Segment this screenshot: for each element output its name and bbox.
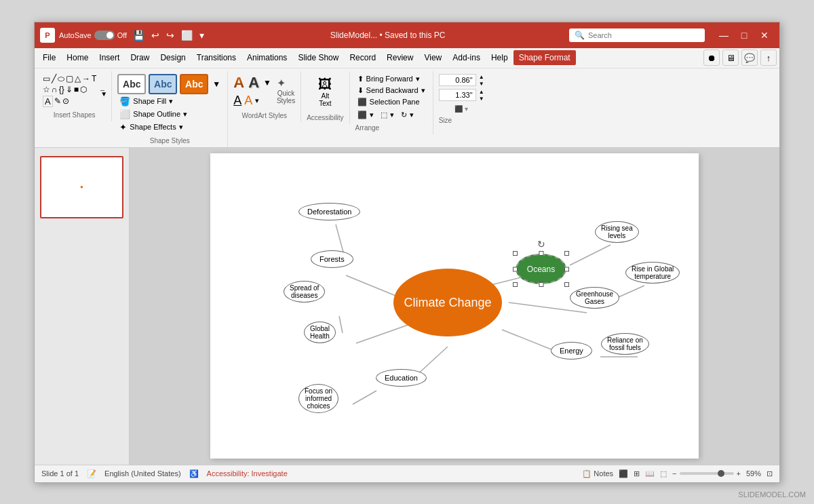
shape-arrow-icon[interactable]: → (82, 74, 90, 83)
handle-ml[interactable] (513, 267, 518, 271)
node-energy[interactable]: Energy (551, 342, 592, 360)
present-icon[interactable]: 🖥 (722, 50, 739, 66)
undo-icon[interactable]: ↩ (149, 28, 161, 42)
menu-review[interactable]: Review (381, 50, 419, 65)
height-input[interactable] (439, 74, 476, 86)
handle-bm[interactable] (539, 282, 543, 287)
share-icon[interactable]: ↑ (760, 50, 777, 66)
zoom-thumb[interactable] (718, 470, 724, 477)
grid-view-btn[interactable]: ⊞ (634, 469, 640, 478)
node-reliance[interactable]: Reliance on fossil fuels (601, 333, 649, 355)
alt-text-btn[interactable]: 🖼 Alt Text (315, 71, 334, 113)
minimize-button[interactable]: — (714, 27, 733, 43)
shape-fill-btn[interactable]: 🪣 Shape Fill ▾ (117, 96, 222, 107)
bring-forward-dropdown[interactable]: ▾ (416, 75, 420, 83)
fill-dropdown-icon[interactable]: ▾ (169, 97, 173, 106)
handle-bl[interactable] (513, 282, 518, 287)
node-global-health[interactable]: Global Health (304, 322, 336, 343)
slide-1-thumb[interactable]: ● (40, 156, 123, 218)
width-up[interactable]: ▲ (479, 89, 484, 95)
shape-line-icon[interactable]: ╱ (52, 74, 56, 83)
menu-help[interactable]: Help (486, 50, 513, 65)
shape-edit-icon[interactable]: ✎ (54, 96, 61, 106)
menu-home[interactable]: Home (61, 50, 94, 65)
reading-view-btn[interactable]: 📖 (645, 469, 655, 478)
search-input[interactable] (588, 31, 699, 39)
zoom-in-icon[interactable]: + (737, 469, 741, 478)
node-forests[interactable]: Forests (311, 250, 353, 268)
shape-misc-icon[interactable]: ⊙ (62, 96, 69, 106)
insert-shapes-expand[interactable]: ▼ (99, 90, 106, 92)
shape-oval-icon[interactable]: ⬭ (58, 74, 64, 83)
slide-canvas[interactable]: Climate Change Forests Deforestation (210, 153, 699, 459)
send-backward-btn[interactable]: ⬇ Send Backward ▾ (355, 85, 427, 96)
comment-icon[interactable]: 💬 (741, 50, 758, 66)
width-input[interactable] (439, 89, 476, 101)
menu-transitions[interactable]: Transitions (191, 50, 241, 65)
shape-curve-icon[interactable]: ∩ (52, 85, 58, 94)
height-down[interactable]: ▼ (479, 81, 484, 87)
node-deforestation[interactable]: Deforestation (298, 203, 360, 220)
menu-file[interactable]: File (37, 50, 61, 65)
handle-tl[interactable] (513, 251, 518, 256)
node-climate-change[interactable]: Climate Change (393, 269, 502, 336)
height-spinner[interactable]: ▲ ▼ (479, 74, 484, 87)
menu-animations[interactable]: Animations (241, 50, 292, 65)
menu-shapeformat[interactable]: Shape Format (513, 50, 576, 65)
fit-to-window-icon[interactable]: ⊡ (767, 469, 773, 478)
close-button[interactable]: ✕ (755, 27, 774, 43)
shape-star-icon[interactable]: ☆ (43, 85, 50, 94)
handle-tr[interactable] (564, 251, 569, 256)
node-greenhouse[interactable]: Greenhouse Gases (570, 287, 619, 309)
style-box-outlined[interactable]: Abc (117, 74, 146, 94)
shape-bracket-icon[interactable]: {} (59, 85, 64, 94)
width-spinner[interactable]: ▲ ▼ (479, 89, 484, 102)
node-rise-global[interactable]: Rise in Global temperature (625, 262, 680, 284)
quick-styles-btn[interactable]: ✦ Quick Styles (277, 77, 295, 104)
record-icon[interactable]: ⏺ (703, 50, 720, 66)
node-education[interactable]: Education (376, 369, 427, 387)
shape-effects-btn[interactable]: ✦ Shape Effects ▾ (117, 121, 222, 133)
shape-t-icon[interactable]: T (92, 74, 96, 83)
group-btn[interactable]: ⬚ ▾ (379, 110, 396, 120)
handle-tm[interactable] (539, 251, 543, 256)
shape-tri-icon[interactable]: △ (75, 74, 81, 83)
menu-design[interactable]: Design (155, 50, 191, 65)
shape-round-icon[interactable]: ▢ (66, 74, 73, 83)
align-btn[interactable]: ⬛ ▾ (355, 110, 376, 120)
zoom-track[interactable] (680, 472, 734, 475)
menu-addins[interactable]: Add-ins (447, 50, 486, 65)
effects-dropdown-icon[interactable]: ▾ (179, 123, 183, 132)
size-expand-btn[interactable]: ⬛ ▾ (439, 105, 484, 113)
screen-icon[interactable]: ⬜ (179, 28, 195, 42)
selection-pane-btn[interactable]: ⬛ Selection Pane (355, 97, 427, 107)
menu-draw[interactable]: Draw (125, 50, 155, 65)
normal-view-btn[interactable]: ⬛ (619, 469, 628, 478)
menu-slideshow[interactable]: Slide Show (292, 50, 344, 65)
autosave-switch[interactable] (94, 31, 115, 40)
send-backward-dropdown[interactable]: ▾ (421, 86, 425, 95)
node-oceans[interactable]: Oceans ↻ (516, 254, 566, 284)
presenter-view-btn[interactable]: ⬚ (660, 469, 667, 478)
menu-insert[interactable]: Insert (94, 50, 125, 65)
menu-view[interactable]: View (419, 50, 447, 65)
menu-record[interactable]: Record (344, 50, 381, 65)
shape-outline-btn[interactable]: ⬜ Shape Outline ▾ (117, 109, 222, 120)
maximize-button[interactable]: □ (735, 27, 754, 43)
node-focus[interactable]: Focus on informed choices (298, 384, 338, 413)
rotate-btn[interactable]: ↻ ▾ (399, 110, 416, 120)
accessibility-label[interactable]: Accessibility: Investigate (207, 469, 288, 478)
node-rising-sea[interactable]: Rising sea levels (595, 221, 639, 243)
style-box-orange[interactable]: Abc (180, 74, 208, 94)
shape-sq-icon[interactable]: ■ (74, 85, 79, 94)
handle-mr[interactable] (564, 267, 569, 271)
node-spread[interactable]: Spread of diseases (284, 281, 325, 303)
search-box[interactable]: 🔍 (569, 28, 705, 42)
save-icon[interactable]: 💾 (131, 28, 147, 42)
shape-hex-icon[interactable]: ⬡ (80, 85, 87, 94)
redo-icon[interactable]: ↪ (164, 28, 176, 42)
zoom-out-icon[interactable]: − (672, 469, 676, 478)
shape-A-icon[interactable]: A (43, 96, 53, 107)
zoom-slider[interactable]: − + (672, 469, 741, 478)
wordart-dropdown2[interactable]: ▾ (255, 96, 259, 105)
